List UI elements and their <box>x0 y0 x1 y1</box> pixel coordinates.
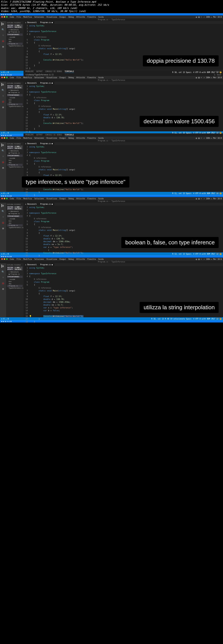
explorer-panel: ESPLORA RISORSE EDITOR APERTI1 NON SALVA… <box>6 82 24 131</box>
panel-tab-terminal[interactable]: TERMINALE <box>65 70 74 73</box>
menu-debug[interactable]: Debug <box>68 16 74 18</box>
traffic-yellow-icon[interactable] <box>4 77 5 78</box>
mac-menubar[interactable]: Code FileModificaSelezioneVisualizzaEseg… <box>0 76 223 79</box>
mac-status-icons: ◧ ⏻ ᯤ ⚡ 100% ▸ Mer 18:0 <box>196 16 222 18</box>
git-icon[interactable]: ⑂ <box>2 94 4 97</box>
file-csproj[interactable]: TypeInference.csproj <box>7 45 23 47</box>
fileinfo-audio: Audio: aac, 48000 Hz, 2 channels, s16, 1… <box>1 7 222 10</box>
explorer-panel: ESPLORA RISORSE EDITOR APERTI1 NON SALVA… <box>6 21 24 71</box>
folder-bin[interactable]: bin <box>7 38 23 40</box>
explorer-icon[interactable]: 🗎 <box>2 83 4 86</box>
open-editors-section[interactable]: EDITOR APERTI1 NON SALVATO <box>7 24 23 28</box>
extensions-icon[interactable]: ▦ <box>2 106 4 109</box>
fileinfo-file: File: 7_ESERCITAZIONE Floating-Point, Bo… <box>1 0 222 4</box>
windows-taskbar[interactable]: ▣ ◧ ◨ ⚙ ◐ ▤ <box>0 13 223 16</box>
screenshot-4: Code FileModificaSelezioneVisualizzaEseg… <box>0 197 223 258</box>
explorer-header: ESPLORA RISORSE <box>7 22 23 24</box>
caption-overlay: boolean b, false, con type inference <box>121 237 219 248</box>
tab-program[interactable]: Program.cs ● <box>38 21 54 24</box>
terminal-shell[interactable]: 1: bash <box>214 74 221 76</box>
terminal-cursor[interactable]: [] <box>52 74 54 76</box>
fileinfo-video: Video: h264, yuv420p, 1280x720, 58 kb/s,… <box>1 10 222 13</box>
caption-overlay: utilizza la string interpolation <box>140 302 219 313</box>
status-cursor[interactable]: R 10, col 13 Spazi: 4 UTF-8 with BOM CRL… <box>172 72 222 74</box>
media-fileinfo: File: 7_ESERCITAZIONE Floating-Point, Bo… <box>0 0 223 13</box>
menu-selection[interactable]: Selezione <box>34 16 44 18</box>
status-errors[interactable]: ⊘ 0 ⚠ 0 <box>1 72 9 74</box>
screenshot-5: Code FileModificaSelezioneVisualizzaEseg… <box>0 258 223 322</box>
menu-view[interactable]: Visualizza <box>46 16 57 18</box>
explorer-icon[interactable]: 🗎 <box>2 22 4 26</box>
debug-icon[interactable]: 🐞 <box>2 100 4 103</box>
caption-overlay: decimal dm valore 1500.456 <box>140 116 219 127</box>
git-icon[interactable]: ⑂ <box>2 34 4 37</box>
menu-run[interactable]: Esegui <box>60 16 66 18</box>
menu-edit[interactable]: Modifica <box>24 16 32 18</box>
modified-icon: ● <box>52 22 53 24</box>
panel-tab-output[interactable]: OUTPUT <box>36 70 43 73</box>
traffic-red-icon[interactable] <box>1 16 3 18</box>
traffic-green-icon[interactable] <box>6 16 8 18</box>
menu-activity[interactable]: Attività <box>76 16 85 18</box>
line-gutter: 1234567891011121314 <box>24 24 29 70</box>
activity-bar: 🗎 🔍 ⑂ 🐞 ▦ <box>0 21 6 71</box>
debug-icon[interactable]: 🐞 <box>2 40 4 42</box>
open-editor-item[interactable]: ● Program.cs <box>7 31 23 33</box>
menu-help[interactable]: Guida <box>98 16 104 18</box>
watermark: Udemy <box>216 70 221 72</box>
window-title: Program.cs — TypeInference <box>0 79 223 82</box>
file-program[interactable]: Program.cs <box>7 43 23 45</box>
welcome-tab[interactable]: ✕ Benvenuti <box>7 29 23 31</box>
folder-vscode[interactable]: .vscode <box>7 36 23 38</box>
extensions-icon[interactable]: ▦ <box>2 45 4 48</box>
screenshot-2: Code FileModificaSelezioneVisualizzaEseg… <box>0 76 223 136</box>
terminal-prompt: ~/csharp/TypeInference $ <box>25 74 52 76</box>
menu-window[interactable]: Finestra <box>87 16 96 18</box>
window-title: Program.cs — TypeInference <box>0 18 223 21</box>
panel-tab-debug[interactable]: CONSOLE DI DEBUG <box>45 70 62 73</box>
search-icon[interactable]: 🔍 <box>2 28 4 31</box>
tab-welcome[interactable]: ⌂ Benvenuti <box>24 21 38 24</box>
activity-bar: 🗎🔍⑂🐞▦ <box>0 82 6 131</box>
screenshot-1: ▣ ◧ ◨ ⚙ ◐ ▤ Code File Modifica Selezione… <box>0 13 223 76</box>
screenshot-3: Code FileModificaSelezioneVisualizzaEseg… <box>0 136 223 197</box>
mac-menubar[interactable]: Code File Modifica Selezione Visualizza … <box>0 16 223 18</box>
traffic-red-icon[interactable] <box>1 77 3 78</box>
panel-tab-problems[interactable]: PROBLEMI <box>25 70 34 73</box>
menu-file[interactable]: File <box>16 16 21 18</box>
app-name: Code <box>10 16 14 18</box>
traffic-yellow-icon[interactable] <box>4 16 5 18</box>
folder-obj[interactable]: obj <box>7 40 23 43</box>
traffic-green-icon[interactable] <box>6 77 8 78</box>
caption-overlay: doppia precisione d 130.78 <box>143 55 219 66</box>
fileinfo-size: Size: 15175576 bytes (14.47 MiB), durati… <box>1 4 222 6</box>
search-icon[interactable]: 🔍 <box>2 89 4 92</box>
project-section[interactable]: TYPEINFERENCE <box>7 34 23 36</box>
caption-overlay: type inference, s valore "type inference… <box>22 176 129 188</box>
